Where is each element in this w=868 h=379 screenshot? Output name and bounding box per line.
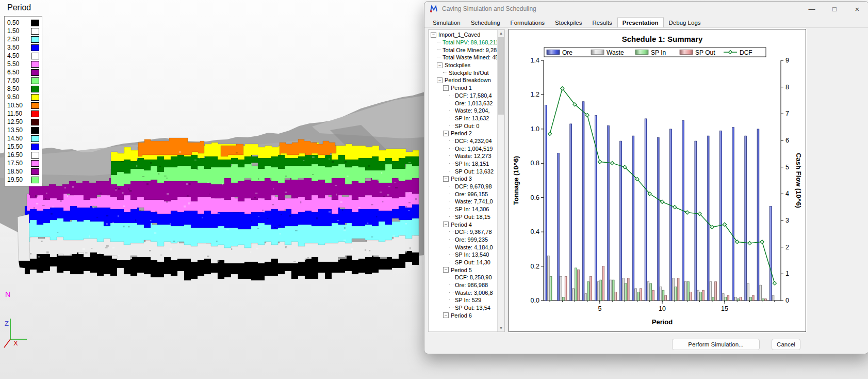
tab-results[interactable]: Results [587,17,617,27]
svg-text:15: 15 [721,305,728,312]
tree-node[interactable]: −Period 6 [429,311,498,319]
period-legend-title: Period [7,3,42,12]
dcf-marker-icon [660,200,664,203]
tree-node[interactable]: DCF: 8,250,90 [429,274,498,281]
legend-row: 17.50 [7,159,39,167]
dcf-marker-icon [685,211,689,214]
legend-value: 9.50 [7,93,19,101]
svg-text:8: 8 [785,84,789,91]
minimize-button[interactable]: — [800,2,823,16]
tab-scheduling[interactable]: Scheduling [466,17,505,27]
tree-node[interactable]: DCF: 17,580,4 [429,92,498,100]
tree-node[interactable]: SP In: 13,540 [429,251,498,259]
tree-node[interactable]: Waste: 12,273 [429,152,498,160]
expander-icon[interactable]: − [443,312,449,318]
tree-node[interactable]: SP Out: 13,54 [429,304,498,312]
expander-icon[interactable]: − [437,62,443,68]
tree-node[interactable]: −Period 5 [429,266,498,274]
legend-row: 1.50 [7,27,39,35]
expander-icon[interactable]: − [443,222,449,227]
tree-node[interactable]: SP In: 18,151 [429,160,498,168]
tree-node[interactable]: Ore: 1,004,519 [429,145,498,152]
legend-row: 16.50 [7,151,39,159]
tree-node[interactable]: SP Out: 13,632 [429,167,498,175]
tree-node[interactable]: Total Waste Mined: 45 [429,54,498,61]
svg-text:0.8: 0.8 [531,160,539,167]
maximize-button[interactable]: □ [823,2,846,16]
scroll-up-icon[interactable]: ▲ [498,30,504,37]
tree-label: DCF: 9,367,78 [455,229,492,235]
tab-formulations[interactable]: Formulations [505,17,550,27]
tree-node[interactable]: DCF: 9,367,78 [429,228,498,236]
expander-icon[interactable]: − [443,85,449,91]
tree-node[interactable]: DCF: 9,670,98 [429,183,498,191]
legend-value: 13.50 [7,127,23,134]
tree-node[interactable]: SP Out: 18,15 [429,213,498,221]
tree-node[interactable]: −Period 4 [429,220,498,228]
tab-stockpiles[interactable]: Stockpiles [550,17,587,27]
tree-node[interactable]: SP In: 14,306 [429,206,498,213]
legend-color-swatch [31,69,39,76]
tree-node[interactable]: −Stockpiles [429,61,498,69]
tree-node[interactable]: Ore: 999,235 [429,236,498,244]
legend-color-swatch [31,61,39,68]
legend-row: 18.50 [7,167,39,176]
tree-node[interactable]: SP Out: 14,30 [429,259,498,266]
tree-node[interactable]: SP In: 13,632 [429,115,498,122]
legend-value: 19.50 [7,176,23,183]
tree-connector [449,201,453,202]
perform-simulation-button[interactable]: Perform Simulation... [672,339,760,350]
tree-node[interactable]: −Period 2 [429,130,498,137]
tree-node[interactable]: −Period 3 [429,175,498,183]
tree-node[interactable]: DCF: 4,232,04 [429,137,498,145]
tree-label: DCF: 17,580,4 [455,92,492,99]
expander-icon[interactable]: − [443,131,449,136]
titlebar[interactable]: Caving Simulation and Scheduling —□× [424,2,868,16]
tree-label: Stockpile In/Out [449,70,489,76]
tree-node[interactable]: Total Ore Mined: 9,280 [429,46,498,54]
tree-node[interactable]: Waste: 9,204, [429,107,498,115]
tree-node[interactable]: −Period Breakdown [429,76,498,84]
app-icon [430,5,438,13]
sp-in-bars [550,268,764,301]
legend-color-swatch [31,102,39,109]
cancel-button[interactable]: Cancel [772,339,800,350]
scroll-down-icon[interactable]: ▼ [498,325,504,331]
tree-label: DCF: 4,232,04 [455,138,492,144]
tree-scrollbar[interactable]: ▲ ▼ [497,30,504,331]
tree-node[interactable]: Total NPV: 89,168,211 [429,39,498,46]
expander-icon[interactable]: − [443,176,449,182]
tree-connector [449,155,453,156]
legend-color-swatch [31,86,39,92]
expander-icon[interactable]: − [443,267,449,273]
tree-node[interactable]: Waste: 4,184,0 [429,243,498,251]
tree-node[interactable]: Ore: 986,988 [429,281,498,289]
tree-node[interactable]: Waste: 7,741,0 [429,198,498,206]
expander-icon[interactable]: − [437,77,443,83]
tree-node[interactable]: Stockpile In/Out [429,69,498,76]
tree-node[interactable]: SP Out: 0 [429,122,498,130]
scroll-thumb[interactable] [498,37,504,115]
tab-simulation[interactable]: Simulation [428,17,466,27]
legend-color-swatch [31,119,39,125]
tree-label: Period 1 [451,85,472,91]
tab-debug-logs[interactable]: Debug Logs [664,17,706,27]
dcf-marker-icon [598,160,601,164]
expander-icon[interactable]: − [431,32,436,38]
tree-node[interactable]: Waste: 3,006,8 [429,289,498,296]
tree-label: SP In: 13,632 [455,115,489,121]
x-axis-line [4,339,10,348]
tree-label: DCF: 9,670,98 [455,183,492,190]
tree-node[interactable]: −Period 1 [429,84,498,92]
tab-presentation[interactable]: Presentation [617,17,664,27]
tree-connector [449,299,453,301]
tree-node[interactable]: Ore: 1,013,632 [429,99,498,107]
tree-connector [449,285,453,286]
tree-node[interactable]: Ore: 996,155 [429,190,498,198]
close-button[interactable]: × [846,2,868,16]
tree-node[interactable]: SP In: 529 [429,296,498,304]
dcf-marker-icon [748,241,751,245]
svg-text:1.0: 1.0 [531,125,539,133]
tree-node[interactable]: −Import_1_Caved [429,31,498,39]
tree-label: Waste: 9,204, [455,107,489,114]
